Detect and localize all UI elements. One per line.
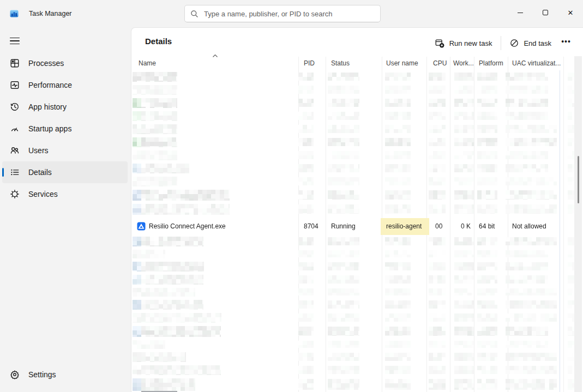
resilio-icon	[137, 222, 146, 231]
services-icon	[9, 189, 20, 200]
hamburger-menu-button[interactable]	[4, 32, 25, 50]
hamburger-icon	[10, 38, 20, 39]
cell-pid: 8704	[304, 218, 318, 235]
details-panel: Details Run new task End task	[131, 27, 583, 392]
cell-name: Resilio Connect Agent.exe	[149, 218, 226, 235]
column-header-uac[interactable]: UAC virtualizat...	[512, 57, 561, 70]
maximize-button[interactable]	[533, 0, 558, 25]
minimize-icon	[518, 13, 523, 13]
close-button[interactable]: ✕	[558, 0, 583, 25]
settings-label: Settings	[28, 370, 56, 379]
task-manager-window: Task Manager ✕ Processes Performance	[0, 0, 583, 392]
sidebar-settings: Settings	[2, 364, 128, 385]
app-icon	[10, 9, 19, 18]
cell-user-name-highlighted: resilio-agent	[381, 218, 429, 235]
minimize-button[interactable]	[508, 0, 533, 25]
sort-asc-icon	[212, 54, 218, 58]
sidebar-item-label: Details	[28, 168, 52, 177]
sidebar-item-details[interactable]: Details	[2, 161, 128, 183]
sidebar-item-label: Users	[28, 146, 49, 155]
window-title: Task Manager	[29, 0, 72, 27]
sidebar-item-processes[interactable]: Processes	[2, 52, 128, 74]
vertical-scrollbar[interactable]	[574, 56, 582, 392]
close-icon: ✕	[568, 9, 574, 17]
end-task-button[interactable]: End task	[504, 34, 557, 52]
window-controls: ✕	[508, 0, 583, 25]
run-new-task-label: Run new task	[449, 39, 492, 47]
cell-status: Running	[331, 218, 356, 235]
sidebar-item-label: Services	[28, 190, 58, 198]
column-header-status[interactable]: Status	[331, 57, 350, 70]
app-history-icon	[9, 101, 20, 112]
sidebar-item-settings[interactable]: Settings	[2, 364, 128, 385]
search-icon	[190, 10, 199, 18]
sidebar-item-app-history[interactable]: App history	[2, 96, 128, 118]
more-options-button[interactable]: •••	[557, 34, 575, 52]
sidebar-item-label: Performance	[28, 81, 72, 89]
gear-icon	[9, 369, 20, 380]
sidebar-nav: Processes Performance App history Startu…	[2, 52, 128, 205]
sidebar-item-startup-apps[interactable]: Startup apps	[2, 118, 128, 140]
processes-icon	[9, 58, 20, 69]
more-icon: •••	[561, 37, 571, 46]
startup-apps-icon	[9, 123, 20, 134]
cell-working-set: 0 K	[450, 218, 471, 235]
search-box[interactable]	[184, 5, 381, 22]
sidebar-item-users[interactable]: Users	[2, 140, 128, 161]
column-header-memory[interactable]: Work...	[453, 57, 474, 70]
end-task-icon	[510, 39, 519, 47]
run-new-task-icon	[435, 39, 444, 48]
users-icon	[9, 145, 20, 156]
process-row-resilio[interactable]: Resilio Connect Agent.exe 8704 Running r…	[131, 218, 583, 235]
column-header-pid[interactable]: PID	[304, 57, 315, 70]
cell-platform: 64 bit	[479, 218, 495, 235]
scrollbar-thumb[interactable]	[578, 156, 579, 203]
search-input[interactable]	[204, 10, 375, 18]
sidebar-item-label: Processes	[28, 59, 64, 68]
sidebar-item-label: Startup apps	[28, 124, 71, 133]
cell-uac: Not allowed	[512, 218, 546, 235]
titlebar: Task Manager ✕	[0, 0, 583, 27]
details-icon	[9, 167, 20, 178]
end-task-label: End task	[524, 39, 551, 47]
sidebar-item-services[interactable]: Services	[2, 183, 128, 205]
maximize-icon	[543, 10, 548, 15]
toolbar: Run new task End task •••	[430, 34, 575, 52]
sidebar-item-performance[interactable]: Performance	[2, 74, 128, 96]
column-header-user[interactable]: User name	[386, 57, 418, 70]
column-header-name[interactable]: Name	[139, 57, 156, 70]
run-new-task-button[interactable]: Run new task	[430, 34, 498, 52]
cell-cpu: 00	[435, 218, 442, 235]
column-header-cpu[interactable]: CPU	[433, 57, 447, 70]
toolbar-divider	[501, 36, 501, 50]
performance-icon	[9, 80, 20, 91]
column-header-platform[interactable]: Platform	[479, 57, 503, 70]
table-header-row: NamePIDStatusUser nameCPUWork...Platform…	[131, 57, 583, 70]
sidebar-item-label: App history	[28, 102, 67, 111]
page-title: Details	[145, 37, 172, 46]
sidebar: Processes Performance App history Startu…	[0, 27, 131, 392]
